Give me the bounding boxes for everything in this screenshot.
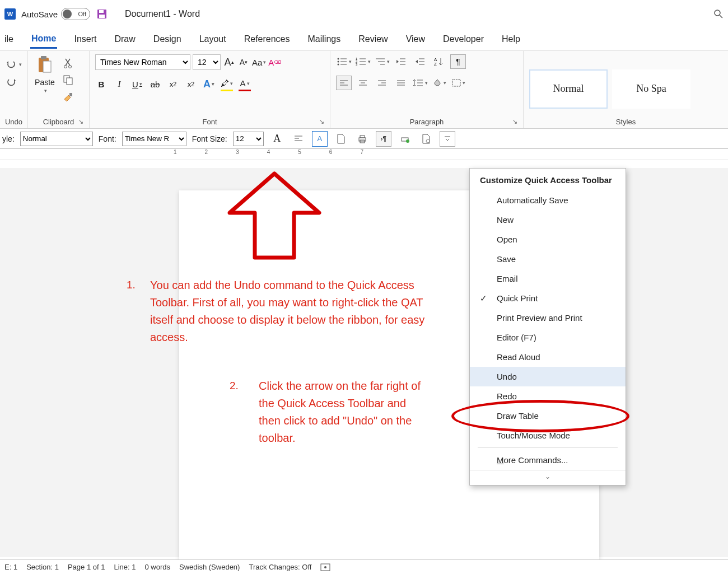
bullets-button[interactable]: ▾ — [336, 54, 352, 69]
decrease-indent-button[interactable] — [393, 54, 409, 69]
qat-style-label: yle: — [2, 134, 15, 143]
qat-menu-item-label: Automatically Save — [497, 195, 568, 205]
qat-menu-item-quick-print[interactable]: ✓Quick Print — [470, 288, 626, 308]
qat-paragraph-button[interactable] — [291, 131, 306, 147]
paragraph-launcher-icon[interactable]: ↘ — [512, 118, 517, 125]
clear-formatting-button[interactable]: A⌫ — [268, 55, 281, 69]
status-page-e[interactable]: E: 1 — [4, 563, 17, 571]
annotation-number-2: 2. — [230, 380, 239, 392]
clipboard-launcher-icon[interactable]: ↘ — [78, 118, 83, 125]
qat-menu-item-label: Open — [497, 235, 517, 244]
bold-button[interactable]: B — [95, 77, 108, 91]
qat-menu-item-automatically-save[interactable]: Automatically Save — [470, 190, 626, 210]
subscript-button[interactable]: x2 — [167, 77, 179, 91]
line-spacing-button[interactable]: ▾ — [412, 76, 428, 90]
qat-print-button[interactable] — [354, 131, 370, 147]
qat-menu-item-redo[interactable]: Redo — [470, 386, 626, 406]
tab-draw[interactable]: Draw — [113, 31, 136, 48]
qat-menu-item-undo[interactable]: Undo — [470, 367, 626, 386]
ruler-tick: 6 — [329, 149, 333, 155]
qat-menu-item-new[interactable]: New — [470, 210, 626, 230]
align-center-button[interactable] — [355, 76, 371, 90]
style-normal[interactable]: Normal — [529, 69, 608, 109]
cut-button[interactable] — [62, 57, 75, 70]
multilevel-button[interactable]: ▾ — [374, 54, 390, 69]
save-icon[interactable] — [96, 8, 108, 20]
align-left-button[interactable] — [336, 76, 352, 90]
qat-reveal-formatting-button[interactable]: ›¶ — [376, 131, 391, 147]
text-effects-button[interactable]: A▾ — [203, 77, 215, 91]
qat-font-select[interactable]: Times New R — [122, 132, 186, 146]
qat-menu-item-read-aloud[interactable]: Read Aloud — [470, 347, 626, 367]
paste-button[interactable]: Paste ▾ — [34, 54, 56, 94]
underline-button[interactable]: U▾ — [131, 77, 143, 91]
autosave-control[interactable]: AutoSave Off — [21, 8, 90, 20]
svg-point-3 — [715, 10, 720, 16]
superscript-button[interactable]: x2 — [185, 77, 197, 91]
qat-style-select[interactable]: Normal — [20, 132, 93, 146]
numbering-button[interactable]: 123▾ — [355, 54, 371, 69]
qat-menu-item-save[interactable]: Save — [470, 249, 626, 269]
qat-customize-button[interactable] — [440, 131, 455, 147]
align-right-button[interactable] — [374, 76, 390, 90]
qat-quick-print-button[interactable] — [397, 131, 413, 147]
status-macro-icon[interactable] — [320, 563, 330, 571]
font-launcher-icon[interactable]: ↘ — [319, 118, 324, 125]
qat-menu-item-print-preview-and-print[interactable]: Print Preview and Print — [470, 308, 626, 328]
font-size-select[interactable]: 12 — [193, 54, 221, 70]
tab-home[interactable]: Home — [30, 30, 57, 49]
font-color-button[interactable]: A▾ — [239, 77, 251, 91]
qat-menu-item-draw-table[interactable]: Draw Table — [470, 406, 626, 426]
shading-button[interactable]: ▾ — [431, 76, 447, 90]
copy-button[interactable] — [62, 73, 75, 87]
qat-menu-item-email[interactable]: Email — [470, 269, 626, 288]
shrink-font-button[interactable]: A▾ — [237, 55, 250, 69]
show-hide-button[interactable]: ¶ — [450, 54, 466, 69]
tab-references[interactable]: References — [243, 31, 291, 48]
change-case-button[interactable]: Aa▾ — [252, 55, 266, 69]
qat-font-dialog-button[interactable]: A — [269, 131, 285, 147]
italic-button[interactable]: I — [113, 77, 125, 91]
svg-text:Z: Z — [434, 62, 437, 66]
search-icon[interactable] — [713, 9, 724, 19]
tab-developer[interactable]: Developer — [442, 31, 485, 48]
tab-insert[interactable]: Insert — [73, 31, 97, 48]
qat-menu-item-editor-f7-[interactable]: Editor (F7) — [470, 328, 626, 347]
qat-size-select[interactable]: 12 — [233, 132, 264, 146]
status-words[interactable]: 0 words — [145, 563, 171, 571]
ruler[interactable]: 1 2 3 4 5 6 7 — [0, 149, 728, 160]
tab-file[interactable]: ile — [3, 31, 15, 48]
qat-textbox-button[interactable]: A — [312, 131, 328, 147]
qat-menu-item-open[interactable]: Open — [470, 230, 626, 249]
title-bar: W AutoSave Off Document1 - Word — [0, 0, 728, 28]
status-track-changes[interactable]: Track Changes: Off — [249, 563, 311, 571]
increase-indent-button[interactable] — [412, 54, 428, 69]
qat-page-setup-button[interactable] — [418, 131, 434, 147]
status-page[interactable]: Page 1 of 1 — [68, 563, 105, 571]
tab-mailings[interactable]: Mailings — [307, 31, 342, 48]
grow-font-button[interactable]: A▴ — [223, 55, 235, 69]
justify-button[interactable] — [393, 76, 409, 90]
qat-menu-more-commands[interactable]: More Commands... — [470, 450, 626, 470]
status-section[interactable]: Section: 1 — [26, 563, 59, 571]
strikethrough-button[interactable]: ab — [149, 77, 161, 91]
qat-menu-collapse-icon[interactable]: ⌄ — [470, 470, 626, 483]
borders-button[interactable]: ▾ — [450, 76, 466, 90]
style-no-spacing[interactable]: No Spa — [612, 69, 690, 109]
qat-menu-item-touch-mouse-mode[interactable]: Touch/Mouse Mode — [470, 426, 626, 445]
tab-review[interactable]: Review — [357, 31, 389, 48]
undo-button[interactable]: ▾ — [6, 58, 22, 71]
highlight-button[interactable]: 🖍▾ — [221, 77, 233, 91]
qat-new-button[interactable] — [333, 131, 349, 147]
format-painter-button[interactable] — [62, 90, 75, 104]
tab-layout[interactable]: Layout — [198, 31, 227, 48]
status-language[interactable]: Swedish (Sweden) — [179, 563, 240, 571]
status-line[interactable]: Line: 1 — [114, 563, 136, 571]
tab-view[interactable]: View — [405, 31, 426, 48]
sort-button[interactable]: AZ — [431, 54, 447, 69]
font-name-select[interactable]: Times New Roman — [95, 54, 190, 70]
autosave-toggle[interactable]: Off — [61, 8, 90, 20]
repeat-button[interactable] — [6, 76, 19, 89]
tab-help[interactable]: Help — [501, 31, 521, 48]
tab-design[interactable]: Design — [152, 31, 183, 48]
